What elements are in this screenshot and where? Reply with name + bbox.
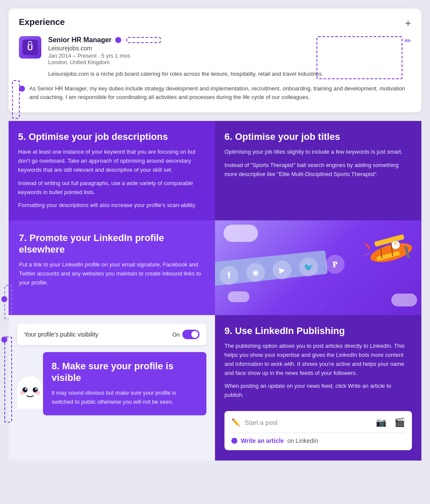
ghost-illustration [13,375,47,420]
tip-9-body: The publishing option allows you to post… [224,342,412,404]
job-title: Senior HR Manager [48,36,112,44]
svg-point-17 [25,388,27,390]
dashed-box-title [126,37,161,43]
tip-8-title: 8. Make sure your profile is visible [52,361,198,383]
tip-6-body2: Instead of "Sports Therapist" bait searc… [224,161,412,179]
svg-point-18 [35,388,37,390]
tip-9-body2: When posting an update on your news feed… [224,382,412,400]
tip-8-box: 8. Make sure your profile is visible It … [43,352,206,415]
purple-dot-vis [1,337,7,343]
job-entry: U Senior HR Manager Leisurejobs.com Jan … [19,36,411,78]
experience-card: Experience + U Senior HR Manager Leisure… [9,9,421,112]
svg-point-20 [36,391,40,395]
cloud-3 [228,291,249,302]
write-article-link[interactable]: Write an article [241,437,284,444]
cloud-2 [391,294,417,306]
svg-point-10 [393,241,398,245]
tip-5-body: Have at least one instance of your keywo… [18,148,206,210]
video-icon[interactable]: 🎬 [394,417,405,427]
tip-8-wrapper: 8. Make sure your profile is visible It … [17,352,206,415]
tip-9-body1: The publishing option allows you to post… [224,342,412,377]
tip-6-title: 6. Optimise your job titles [224,131,412,142]
bullet-text: As Senior HR Manager, my key duties incl… [29,84,411,102]
toggle-on-label: On [172,331,180,338]
tip-7-body-text: Put a link to your LinkedIn profile on y… [19,260,205,287]
tip-5-body1: Have at least one instance of your keywo… [18,148,206,174]
tip-5-body3: Formatting your descriptions will also i… [18,201,206,210]
tip-6-box: 6. Optimise your job titles Optimising y… [215,121,421,220]
twitter-icon: 🐦 [298,257,319,277]
dashed-left-7 [4,285,12,319]
experience-header: Experience + [19,17,411,29]
edit-post-icon: ✏️ [231,418,240,427]
instagram-icon: ◉ [245,262,266,283]
tip-8-body: It may sound obvious but make sure your … [52,389,198,407]
visibility-label: Your profile's public visibility [24,331,98,338]
svg-marker-6 [363,242,370,250]
toggle-container: On [172,330,200,339]
cloud-1 [224,225,258,242]
article-dot [231,438,237,444]
camera-icon[interactable]: 📷 [376,417,387,427]
write-article-row: Write an article on Linkedin [231,433,405,444]
facebook-icon: f [219,265,240,285]
job-description: Leisurejobs.com is a niche job board cat… [48,70,411,78]
tip-7-body: Put a link to your LinkedIn profile on y… [19,260,205,287]
tip-6-body: Optimising your job titles slightly to i… [224,148,412,179]
job-duration: Jan 2014 – Present · 5 yrs 1 mos [48,53,411,59]
visibility-toggle-card: Your profile's public visibility On [17,324,206,345]
visibility-toggle[interactable] [182,330,200,339]
start-post-text[interactable]: Start a post [245,419,372,426]
tip-5-box: 5. Optimise your job descriptions Have a… [9,121,215,220]
bullet-section: As Senior HR Manager, my key duties incl… [19,84,411,102]
dot-left-7 [1,296,7,302]
company-name: Leisurejobs.com [48,45,411,52]
tip-9-title: 9. Use LinkedIn Publishing [224,325,412,337]
dot-connector [115,37,121,43]
tip-9-box: 9. Use LinkedIn Publishing The publishin… [215,315,421,461]
tip-5-title: 5. Optimise your job descriptions [18,131,206,142]
bullet-wrapper: As Senior HR Manager, my key duties incl… [19,84,411,102]
visibility-section: Your profile's public visibility On [9,315,421,461]
add-experience-icon[interactable]: + [405,17,411,29]
social-section: 7. Promote your LinkedIn profile elsewhe… [9,220,421,315]
svg-point-19 [20,391,25,395]
tips-grid: 5. Optimise your job descriptions Have a… [9,121,421,220]
bullet-dot [19,86,25,92]
start-post-row: ✏️ Start a post 📷 🎬 [231,417,405,433]
visibility-left: Your profile's public visibility On [9,315,215,461]
tip-7-box: 7. Promote your LinkedIn profile elsewhe… [9,220,215,315]
job-details: Senior HR Manager Leisurejobs.com Jan 20… [48,36,411,78]
email-icon: ▶ [272,259,292,280]
job-location: London, United Kingdom [48,59,411,65]
article-suffix: on Linkedin [287,437,318,444]
company-logo: U [19,36,41,59]
experience-title: Experience [19,17,65,27]
svg-marker-7 [361,253,370,257]
tip-7-title: 7. Promote your LinkedIn profile elsewhe… [19,232,205,255]
social-illustration: f ◉ ▶ 🐦 𝐏 [215,220,421,315]
edit-job-icon[interactable]: ✏ [405,36,411,46]
tip-5-body2: Instead of writing out full paragraphs, … [18,179,206,197]
embedded-post-card: ✏️ Start a post 📷 🎬 Write an article on … [224,411,412,450]
plane-svg [335,223,421,291]
purple-dot-social [318,301,323,306]
job-title-row: Senior HR Manager [48,36,411,44]
dashed-border-vis [4,337,12,423]
tip-6-body1: Optimising your job titles slightly to i… [224,148,412,157]
